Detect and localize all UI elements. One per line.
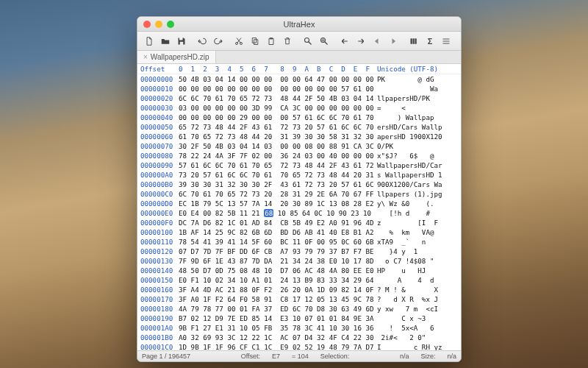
ascii-cell[interactable]: }4 y 1 xyxy=(377,247,459,256)
titlebar[interactable]: UltraHex xyxy=(137,17,461,32)
hex-row[interactable]: 0000008078 22 24 4A 3F 7F 02 00 36 24 03… xyxy=(137,151,461,160)
hex-row[interactable]: 0000012007 D7 7D 7F BF DD 6F CB A7 93 79… xyxy=(137,247,461,256)
hex-rows[interactable]: 0000000050 4B 03 04 14 00 00 00 00 00 64… xyxy=(137,74,461,350)
hex-row[interactable]: 0000003003 00 00 00 00 00 3D 99 CA 3C 00… xyxy=(137,103,461,113)
cursor-byte[interactable]: 68 xyxy=(264,209,273,217)
close-window-button[interactable] xyxy=(143,21,151,28)
ascii-cell[interactable]: WallpapersHD/Car xyxy=(377,160,459,170)
hex-row[interactable]: 0000009057 61 6C 6C 70 61 70 65 72 73 48… xyxy=(137,160,461,170)
hex-row[interactable]: 0000001000 00 00 00 00 00 00 00 00 00 00… xyxy=(137,84,461,93)
hex-row[interactable]: 0000007030 2F 50 4B 03 04 14 03 00 00 08… xyxy=(137,141,461,151)
bytes-cell[interactable]: DC 7A D6 82 1C 01 AD 84 CB 5B 49 E2 A0 9… xyxy=(179,218,377,227)
hex-row[interactable]: 000001703F A0 1F F2 64 F0 58 91 C8 17 12… xyxy=(137,294,461,304)
ascii-cell[interactable]: ! 5x<A 6 xyxy=(377,323,459,333)
bytes-cell[interactable]: 39 30 30 31 32 30 30 2F 43 61 72 73 20 5… xyxy=(179,180,377,189)
ascii-cell[interactable]: ersHD/Cars Wallp xyxy=(377,122,459,132)
bytes-cell[interactable]: 00 00 00 00 00 29 00 00 00 57 61 6C 6C 7… xyxy=(179,113,377,122)
hex-row[interactable]: 000000206C 6C 70 61 70 65 72 73 48 44 2F… xyxy=(137,93,461,103)
bytes-cell[interactable]: 48 50 D7 0D 75 08 48 10 D7 06 AC 48 4A 8… xyxy=(179,266,377,275)
ascii-cell[interactable]: x"$J? 6$ @ xyxy=(377,151,459,160)
ascii-cell[interactable]: ? d X R %x J xyxy=(377,294,459,304)
hex-editor[interactable]: Offset 0 1 2 3 4 5 6 7 8 9 A B C D E F U… xyxy=(137,64,461,350)
checksum-button[interactable]: Σ xyxy=(423,35,437,48)
hex-row[interactable]: 0000004000 00 00 00 00 29 00 00 00 57 61… xyxy=(137,113,461,122)
hex-row[interactable]: 000001804A 79 78 77 00 01 FA 37 ED 6C 70… xyxy=(137,304,461,314)
bytes-cell[interactable]: 6C 70 61 70 65 72 73 20 28 31 29 2E 6A 7… xyxy=(179,189,377,199)
bytes-cell[interactable]: B7 02 12 D9 7E ED 85 14 E3 10 07 01 01 8… xyxy=(179,314,377,323)
ascii-cell[interactable]: ? M ! & X xyxy=(377,285,459,294)
ascii-cell[interactable]: y xw 7 m <cI xyxy=(377,304,459,314)
ascii-cell[interactable]: A 4 d xyxy=(377,275,459,285)
paste-button[interactable] xyxy=(264,35,279,48)
hex-row[interactable]: 0000000050 4B 03 04 14 00 00 00 00 00 64… xyxy=(137,74,461,84)
hex-row[interactable]: 000001307F 9D 6F 1E 43 87 7D DA 21 34 24… xyxy=(137,256,461,266)
ascii-cell[interactable]: o C7 !4$08 " xyxy=(377,256,459,266)
bytes-cell[interactable]: 6C 6C 70 61 70 65 72 73 48 44 2F 50 4B 0… xyxy=(179,93,377,103)
bytes-cell[interactable]: 3F A0 1F F2 64 F0 58 91 C8 17 12 05 13 4… xyxy=(179,294,377,304)
save-file-button[interactable] xyxy=(174,35,189,48)
ascii-cell[interactable]: 0/PK xyxy=(377,141,459,151)
operations-button[interactable] xyxy=(439,35,453,48)
ascii-cell[interactable]: C x ~3 xyxy=(377,314,459,323)
ascii-cell[interactable]: s WallpapersHD 1 xyxy=(377,170,459,180)
bytes-cell[interactable]: 50 4B 03 04 14 00 00 00 00 00 64 47 00 0… xyxy=(179,74,377,84)
bytes-cell[interactable]: A0 32 69 93 3C 12 22 1C AC 07 D4 32 4F C… xyxy=(179,333,377,342)
delete-button[interactable] xyxy=(280,35,295,48)
copy-button[interactable] xyxy=(248,35,262,48)
tab-active[interactable]: × WallpapersHD.zip xyxy=(137,51,216,63)
next-result-button[interactable] xyxy=(354,35,368,48)
bytes-cell[interactable]: 73 20 57 61 6C 6C 70 61 70 65 72 73 48 4… xyxy=(179,170,377,180)
bytes-cell[interactable]: 30 2F 50 4B 03 04 14 03 00 00 08 00 88 9… xyxy=(179,141,377,151)
hex-row[interactable]: 000001603F A4 4D AC 21 88 0F F2 26 20 0A… xyxy=(137,285,461,294)
ascii-cell[interactable]: = < xyxy=(377,103,459,113)
hex-row[interactable]: 0000006061 70 65 72 73 48 44 20 31 39 30… xyxy=(137,132,461,141)
bytes-cell[interactable]: 00 00 00 00 00 00 00 00 00 00 00 00 00 5… xyxy=(179,84,377,93)
bytes-cell[interactable]: 1B AF 14 25 9C 82 6B 6D BD D6 AB 41 40 E… xyxy=(179,227,377,237)
bytes-cell[interactable]: 78 54 41 39 41 14 5F 60 BC 11 0F 00 95 0… xyxy=(179,237,377,247)
bytes-cell[interactable]: 61 70 65 72 73 48 44 20 31 39 30 30 58 3… xyxy=(179,132,377,141)
bytes-cell[interactable]: 7F 9D 6F 1E 43 87 7D DA 21 34 24 38 E0 1… xyxy=(179,256,377,266)
bytes-cell[interactable]: 65 72 73 48 44 2F 43 61 72 73 20 57 61 6… xyxy=(179,122,377,132)
hex-row[interactable]: 000000E0E0 E4 00 82 5B 11 21 68 10 85 64… xyxy=(137,208,461,218)
ascii-cell[interactable]: PK @ dG xyxy=(377,74,459,84)
hex-row[interactable]: 000000C06C 70 61 70 65 72 73 20 28 31 29… xyxy=(137,189,461,199)
open-file-button[interactable] xyxy=(158,35,173,48)
ascii-cell[interactable]: 900X1200/Cars Wa xyxy=(377,180,459,189)
hex-row[interactable]: 000001C01D 9B 1F 1F 96 CF C1 1C E9 02 52… xyxy=(137,342,461,350)
ascii-cell[interactable]: y\ Wz &0 (. xyxy=(377,199,459,208)
bytes-cell[interactable]: 1D 9B 1F 1F 96 CF C1 1C E9 02 52 19 48 7… xyxy=(179,342,377,350)
hex-row[interactable]: 000001A09B F1 27 E1 31 10 05 FB 35 78 3C… xyxy=(137,323,461,333)
bytes-cell[interactable]: 03 00 00 00 00 00 3D 99 CA 3C 00 00 00 0… xyxy=(179,103,377,113)
goto-button[interactable] xyxy=(317,35,331,48)
hex-row[interactable]: 000000A073 20 57 61 6C 6C 70 61 70 65 72… xyxy=(137,170,461,180)
bytes-cell[interactable]: 57 61 6C 6C 70 61 70 65 72 73 48 44 2F 4… xyxy=(179,160,377,170)
nav-back-button[interactable] xyxy=(370,35,384,48)
ascii-cell[interactable]: ) Wallpap xyxy=(377,113,459,122)
undo-button[interactable] xyxy=(195,35,209,48)
hex-row[interactable]: 000001001B AF 14 25 9C 82 6B 6D BD D6 AB… xyxy=(137,227,461,237)
bytes-cell[interactable]: EC 1B 79 5C 13 57 7A 14 20 30 89 1C 13 0… xyxy=(179,199,377,208)
hex-row[interactable]: 000001B0A0 32 69 93 3C 12 22 1C AC 07 D4… xyxy=(137,333,461,342)
ascii-cell[interactable]: HP u HJ xyxy=(377,266,459,275)
hex-row[interactable]: 0000005065 72 73 48 44 2F 43 61 72 73 20… xyxy=(137,122,461,132)
ascii-cell[interactable]: 2i#< 2 0" xyxy=(377,333,459,342)
ascii-cell[interactable]: [!h d # xyxy=(377,208,459,218)
new-file-button[interactable] xyxy=(142,35,157,48)
hex-row[interactable]: 0000014048 50 D7 0D 75 08 48 10 D7 06 AC… xyxy=(137,266,461,275)
columns-button[interactable] xyxy=(406,35,421,48)
ascii-cell[interactable]: llpapersHD/PK xyxy=(377,93,459,103)
ascii-cell[interactable]: I c RH yz xyxy=(377,342,459,350)
prev-result-button[interactable] xyxy=(337,35,352,48)
ascii-cell[interactable]: % km VA@ xyxy=(377,227,459,237)
bytes-cell[interactable]: 07 D7 7D 7F BF DD 6F CB A7 93 79 79 37 B… xyxy=(179,247,377,256)
ascii-cell[interactable]: apersHD 1900X120 xyxy=(377,132,459,141)
ascii-cell[interactable]: llpapers (1).jpg xyxy=(377,189,459,199)
hex-row[interactable]: 000000F0DC 7A D6 82 1C 01 AD 84 CB 5B 49… xyxy=(137,218,461,227)
bytes-cell[interactable]: 3F A4 4D AC 21 88 0F F2 26 20 0A 1D 09 8… xyxy=(179,285,377,294)
zoom-window-button[interactable] xyxy=(167,21,174,28)
nav-forward-button[interactable] xyxy=(386,35,401,48)
hex-row[interactable]: 000000B039 30 30 31 32 30 30 2F 43 61 72… xyxy=(137,180,461,189)
hex-row[interactable]: 00000150E0 F1 10 02 34 10 A1 01 24 13 B9… xyxy=(137,275,461,285)
bytes-cell[interactable]: 9B F1 27 E1 31 10 05 FB 35 78 3C 41 10 3… xyxy=(179,323,377,333)
ascii-cell[interactable]: z [I F xyxy=(377,218,459,227)
